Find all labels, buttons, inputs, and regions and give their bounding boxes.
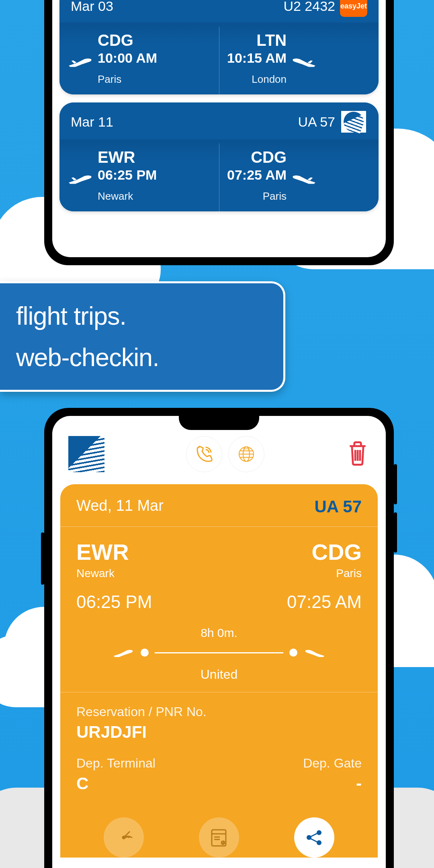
plane-landing-icon <box>303 647 326 658</box>
flight-number: UA 57 <box>298 114 335 130</box>
pnr-value: URJDJFI <box>76 723 362 742</box>
departure-time: 06:25 PM <box>98 167 157 183</box>
globe-icon: www <box>236 444 256 464</box>
flight-duration: 8h 0m. <box>76 626 362 640</box>
share-icon <box>305 829 323 847</box>
phone-icon <box>194 444 214 464</box>
svg-point-16 <box>317 830 321 835</box>
phone-mockup-bottom: www Wed, 11 Mar UA 57 EWR Newark 06:25 P… <box>44 408 394 868</box>
promo-line: web-checkin. <box>16 343 267 372</box>
delete-button[interactable] <box>346 440 370 468</box>
svg-line-19 <box>311 833 317 837</box>
detail-dep-code: EWR <box>76 539 152 565</box>
plane-landing-icon <box>291 172 317 186</box>
plane-takeoff-icon <box>68 55 94 69</box>
document-icon <box>208 827 230 849</box>
departure-time: 10:00 AM <box>98 50 157 66</box>
detail-date: Wed, 11 Mar <box>76 497 164 516</box>
flight-card[interactable]: Mar 11 UA 57 EWR 06:25 PM Newark <box>59 102 379 211</box>
flight-date: Mar 11 <box>71 114 113 130</box>
trash-icon <box>346 440 370 467</box>
detail-flight-number: UA 57 <box>315 497 362 516</box>
easyjet-logo-icon: easyJet <box>340 0 367 17</box>
flight-card[interactable]: Mar 03 U2 2432 easyJet CDG 10:00 AM Pari… <box>59 0 379 94</box>
departure-city: Paris <box>98 73 157 86</box>
detail-dep-city: Newark <box>76 567 152 580</box>
radar-button[interactable] <box>104 817 144 858</box>
arrival-code: CDG <box>227 148 287 166</box>
dep-gate-label: Dep. Gate <box>303 756 362 771</box>
dep-terminal-value: C <box>76 774 156 793</box>
united-logo-icon <box>340 110 367 134</box>
dep-gate-value: - <box>356 774 362 793</box>
detail-arr-time: 07:25 AM <box>287 592 362 612</box>
arrival-time: 10:15 AM <box>227 50 287 66</box>
departure-code: EWR <box>98 148 157 166</box>
arrival-code: LTN <box>227 31 287 49</box>
arrival-city: Paris <box>227 190 287 203</box>
svg-line-20 <box>311 839 317 842</box>
departure-code: CDG <box>98 31 157 49</box>
flight-date: Mar 03 <box>71 0 113 14</box>
svg-point-18 <box>317 840 321 845</box>
radar-icon <box>113 827 135 849</box>
arrival-time: 07:25 AM <box>227 167 287 183</box>
share-button[interactable] <box>294 817 334 858</box>
phone-mockup-top: Mar 03 U2 2432 easyJet CDG 10:00 AM Pari… <box>44 0 394 265</box>
detail-arr-city: Paris <box>336 567 362 580</box>
united-logo-icon <box>68 436 104 472</box>
detail-dep-time: 06:25 PM <box>76 592 152 612</box>
detail-arr-code: CDG <box>312 539 362 565</box>
svg-text:www: www <box>242 447 250 450</box>
web-button[interactable]: www <box>228 436 264 472</box>
flight-number: U2 2432 <box>283 0 335 14</box>
dep-terminal-label: Dep. Terminal <box>76 756 156 771</box>
call-button[interactable] <box>186 436 222 472</box>
plane-landing-icon <box>291 55 317 69</box>
promo-callout: flight trips. web-checkin. <box>0 281 285 392</box>
flight-detail-card: Wed, 11 Mar UA 57 EWR Newark 06:25 PM CD… <box>60 484 378 858</box>
airline-name: United <box>76 667 362 682</box>
plane-takeoff-icon <box>113 647 135 658</box>
boarding-pass-button[interactable] <box>199 817 239 858</box>
arrival-city: London <box>227 73 287 86</box>
plane-takeoff-icon <box>68 172 94 186</box>
pnr-label: Reservation / PNR No. <box>76 704 362 719</box>
departure-city: Newark <box>98 190 157 203</box>
promo-line: flight trips. <box>16 301 267 330</box>
